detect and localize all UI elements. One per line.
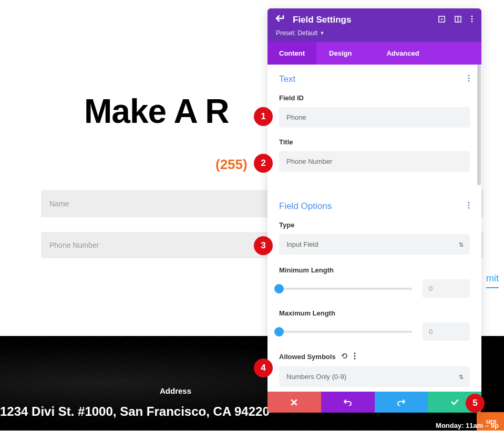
svg-point-11 (468, 205, 470, 206)
svg-point-7 (468, 75, 470, 77)
chevron-down-icon: ▼ (320, 30, 324, 36)
section-more-icon-2[interactable] (468, 202, 470, 211)
annotation-2: 2 (254, 154, 273, 173)
name-placeholder: Name (49, 199, 69, 208)
title-input[interactable] (279, 151, 470, 172)
svg-point-6 (471, 21, 473, 23)
tab-design[interactable]: Design (316, 42, 364, 65)
min-length-slider[interactable] (279, 288, 412, 290)
annotation-5: 5 (466, 394, 485, 413)
svg-point-10 (468, 202, 470, 204)
section-title-text: Text (279, 74, 295, 85)
allowed-symbols-label: Allowed Symbols (279, 353, 336, 361)
hero-phone: (255) (215, 156, 248, 173)
max-length-slider[interactable] (279, 331, 412, 333)
section-more-icon[interactable] (468, 75, 470, 84)
title-label: Title (279, 138, 470, 146)
tab-advanced[interactable]: Advanced (374, 42, 431, 65)
field-id-input[interactable] (279, 107, 470, 128)
submit-button[interactable]: mit (486, 273, 499, 288)
section-field-options: Field Options Type ⇅ Minimum Length Maxi… (268, 190, 481, 392)
annotation-4: 4 (254, 359, 273, 377)
cancel-button[interactable] (268, 392, 321, 413)
layout-icon[interactable] (455, 15, 461, 25)
panel-header: Field Settings Preset: Default ▼ (268, 8, 481, 42)
more-icon[interactable] (471, 15, 473, 25)
address-label: Address (160, 386, 191, 395)
hero-title: Make A R (84, 92, 229, 131)
svg-point-4 (471, 16, 473, 17)
section-text: Text Field ID Title (268, 65, 481, 190)
allowed-symbols-select[interactable] (279, 366, 470, 387)
field-id-label: Field ID (279, 94, 470, 102)
svg-point-1 (441, 18, 443, 20)
expand-icon[interactable] (438, 15, 445, 25)
back-icon[interactable] (276, 15, 285, 25)
svg-point-9 (468, 80, 470, 82)
type-select[interactable] (279, 234, 470, 255)
hours-text: Monday: 11am – 9p (436, 422, 499, 429)
svg-point-8 (468, 78, 470, 79)
svg-point-14 (354, 355, 355, 357)
panel-title: Field Settings (293, 15, 431, 25)
phone-placeholder: Phone Number (49, 241, 99, 249)
address-text: 1234 Divi St. #1000, San Francisco, CA 9… (0, 404, 270, 419)
settings-panel: Field Settings Preset: Default ▼ Content… (268, 8, 481, 413)
undo-button[interactable] (321, 392, 375, 413)
reset-icon[interactable] (341, 352, 348, 361)
panel-tabs: Content Design Advanced (268, 42, 481, 65)
type-label: Type (279, 221, 470, 229)
min-length-label: Minimum Length (279, 266, 470, 274)
preset-selector[interactable]: Preset: Default ▼ (276, 29, 473, 37)
annotation-1: 1 (254, 107, 273, 126)
svg-point-12 (468, 207, 470, 209)
max-length-value[interactable] (423, 322, 470, 341)
panel-footer (268, 392, 481, 413)
field-more-icon[interactable] (354, 352, 356, 361)
tab-content[interactable]: Content (268, 42, 316, 65)
slider-knob-2[interactable] (274, 327, 284, 337)
scrollbar[interactable] (477, 65, 481, 185)
svg-point-15 (354, 358, 355, 360)
section-title-options: Field Options (279, 201, 332, 212)
preset-label: Preset: Default (276, 29, 317, 37)
annotation-3: 3 (254, 236, 273, 255)
slider-knob[interactable] (274, 284, 284, 293)
svg-point-5 (471, 18, 473, 20)
max-length-label: Maximum Length (279, 309, 470, 317)
min-length-value[interactable] (423, 279, 470, 298)
svg-point-13 (354, 353, 355, 354)
panel-body: Text Field ID Title Field Options Type ⇅… (268, 65, 481, 392)
redo-button[interactable] (375, 392, 428, 413)
